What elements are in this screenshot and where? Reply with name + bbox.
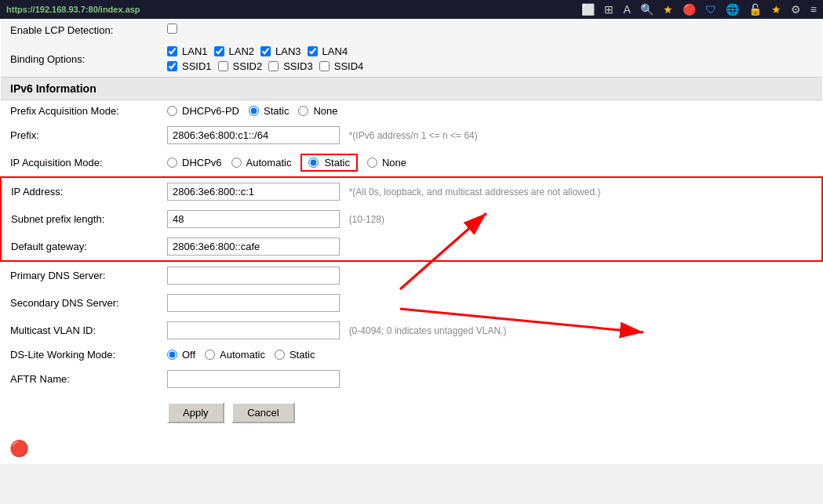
ssid1-checkbox[interactable] (167, 61, 177, 71)
ssid1-option[interactable]: SSID1 (167, 60, 212, 72)
search-icon: 🔍 (640, 3, 654, 16)
dslite-static-option[interactable]: Static (275, 349, 315, 361)
binding-options-row: Binding Options: LAN1 LAN2 LAN3 (1, 41, 822, 78)
lan4-option[interactable]: LAN4 (308, 45, 348, 57)
prefix-dhcpv6pd-radio[interactable] (167, 106, 177, 116)
dslite-automatic-option[interactable]: Automatic (205, 349, 265, 361)
shield-icon: 🛡 (705, 3, 716, 16)
ssid2-option[interactable]: SSID2 (218, 60, 263, 72)
grid-icon: ⊞ (604, 3, 614, 16)
ip-none-label: None (382, 157, 406, 169)
lan3-option[interactable]: LAN3 (260, 45, 301, 57)
extension-icon: ⚙ (791, 3, 801, 16)
aftr-label: AFTR Name: (1, 365, 158, 393)
text-icon: A (623, 3, 630, 16)
multicast-hint: (0-4094; 0 indicates untagged VLAN.) (349, 325, 507, 336)
lan1-option[interactable]: LAN1 (167, 45, 208, 57)
primary-dns-input[interactable] (167, 267, 340, 285)
gateway-value-cell (158, 233, 822, 261)
page-content: Enable LCP Detection: Binding Options: L… (0, 19, 823, 464)
secondary-dns-input[interactable] (167, 294, 340, 312)
enable-lcp-row: Enable LCP Detection: (1, 19, 822, 41)
prefix-static-radio[interactable] (249, 106, 259, 116)
ssid3-checkbox[interactable] (268, 61, 279, 71)
prefix-none-label: None (313, 105, 337, 117)
translate-icon: 🌐 (726, 3, 739, 16)
apply-button[interactable]: Apply (167, 402, 224, 423)
ssid-checkboxes: SSID1 SSID2 SSID3 SSID4 (167, 60, 813, 72)
ssid4-option[interactable]: SSID4 (319, 60, 364, 72)
dslite-off-option[interactable]: Off (167, 349, 195, 361)
ssid3-label: SSID3 (283, 60, 313, 72)
aftr-row: AFTR Name: (1, 365, 822, 393)
lan2-option[interactable]: LAN2 (214, 45, 255, 57)
footer-annotation: 🔴 (0, 433, 823, 464)
dslite-automatic-radio[interactable] (205, 350, 215, 360)
prefix-row: Prefix: 2806:3e6:800:c1::/64 *(IPv6 addr… (1, 121, 822, 149)
ssid2-label: SSID2 (233, 60, 263, 72)
ip-static-option[interactable]: Static (300, 154, 358, 172)
dslite-label: DS-Lite Working Mode: (1, 344, 158, 365)
cancel-button[interactable]: Cancel (231, 402, 294, 423)
ip-none-option[interactable]: None (367, 157, 406, 169)
dslite-off-radio[interactable] (167, 350, 177, 360)
ip-acq-row: IP Acquisition Mode: DHCPv6 Automatic St… (1, 149, 822, 177)
dslite-static-radio[interactable] (275, 350, 285, 360)
enable-lcp-checkbox[interactable] (167, 24, 177, 34)
ip-acq-radios: DHCPv6 Automatic Static None (167, 154, 813, 172)
prefix-input[interactable]: 2806:3e6:800:c1::/64 (167, 126, 340, 144)
prefix-none-radio[interactable] (298, 106, 308, 116)
binding-options-label: Binding Options: (1, 41, 158, 78)
prefix-acq-row: Prefix Acquisition Mode: DHCPv6-PD Stati… (1, 100, 822, 122)
ssid4-checkbox[interactable] (319, 61, 330, 71)
prefix-acq-value: DHCPv6-PD Static None (158, 100, 822, 122)
prefix-acq-radios: DHCPv6-PD Static None (167, 105, 813, 117)
ip-static-radio[interactable] (308, 158, 319, 168)
prefix-dhcpv6pd-option[interactable]: DHCPv6-PD (167, 105, 239, 117)
dslite-static-label: Static (290, 349, 315, 361)
ip-dhcpv6-label: DHCPv6 (182, 157, 222, 169)
ip-address-hint: *(All 0s, loopback, and multicast addres… (349, 187, 601, 198)
star-icon: ★ (663, 3, 673, 16)
ip-dhcpv6-radio[interactable] (167, 158, 177, 168)
lan1-checkbox[interactable] (167, 46, 177, 56)
lan1-label: LAN1 (182, 45, 208, 57)
subnet-value-cell: (10-128) (158, 205, 822, 233)
tracker-icon: 🔴 (683, 3, 696, 16)
ip-static-label: Static (324, 157, 350, 169)
prefix-static-option[interactable]: Static (249, 105, 290, 117)
footer-icon: 🔴 (9, 439, 29, 458)
subnet-input[interactable] (167, 210, 340, 228)
ip-dhcpv6-option[interactable]: DHCPv6 (167, 157, 222, 169)
primary-dns-label: Primary DNS Server: (1, 261, 158, 289)
prefix-none-option[interactable]: None (298, 105, 337, 117)
tab-icon: ⬜ (581, 3, 595, 16)
ipv6-section-header-row: IPv6 Information (1, 78, 822, 100)
lan3-checkbox[interactable] (260, 46, 271, 56)
primary-dns-row: Primary DNS Server: (1, 261, 822, 289)
gateway-input[interactable] (167, 237, 340, 256)
ssid2-checkbox[interactable] (218, 61, 228, 71)
aftr-input[interactable] (167, 370, 340, 388)
multicast-vlan-label: Multicast VLAN ID: (1, 317, 158, 344)
ip-automatic-option[interactable]: Automatic (231, 157, 292, 169)
ip-none-radio[interactable] (367, 158, 377, 168)
ip-automatic-radio[interactable] (231, 158, 242, 168)
ssid1-label: SSID1 (182, 60, 212, 72)
lan4-checkbox[interactable] (308, 46, 318, 56)
ssid4-label: SSID4 (334, 60, 364, 72)
ipv6-section-title: IPv6 Information (1, 78, 822, 100)
url-bar[interactable]: https://192.168.93.7:80/index.asp (6, 5, 140, 14)
button-row: Apply Cancel (1, 393, 822, 433)
ssid3-option[interactable]: SSID3 (268, 60, 313, 72)
enable-lcp-label: Enable LCP Detection: (1, 19, 158, 41)
ip-address-row: IP Address: *(All 0s, loopback, and mult… (1, 177, 822, 205)
dslite-value: Off Automatic Static (158, 344, 822, 365)
multicast-vlan-input[interactable] (167, 321, 340, 339)
ip-address-input[interactable] (167, 183, 340, 201)
ip-address-label: IP Address: (1, 177, 158, 205)
lan2-checkbox[interactable] (214, 46, 224, 56)
gateway-label: Default gateway: (1, 233, 158, 261)
form-table: Enable LCP Detection: Binding Options: L… (0, 19, 823, 433)
bookmark-icon: ★ (771, 3, 781, 16)
